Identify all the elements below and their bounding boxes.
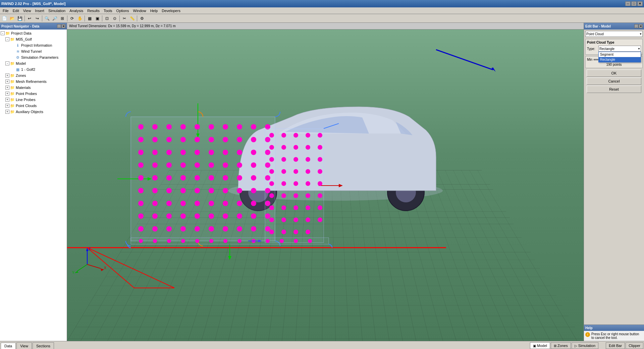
menu-edit[interactable]: Edit bbox=[11, 8, 21, 13]
reset-button[interactable]: Reset bbox=[587, 86, 641, 93]
menu-view[interactable]: View bbox=[21, 8, 33, 13]
menu-analysis[interactable]: Analysis bbox=[67, 8, 85, 13]
tree-label-project-data: Project Data bbox=[11, 31, 32, 35]
tab-view[interactable]: View bbox=[16, 342, 32, 349]
point-clouds-folder-icon: 📁 bbox=[10, 103, 15, 108]
restore-button[interactable]: □ bbox=[631, 1, 637, 6]
close-button[interactable]: ✕ bbox=[637, 1, 643, 6]
tab-data[interactable]: Data bbox=[1, 343, 16, 349]
tab-sections[interactable]: Sections bbox=[33, 342, 54, 349]
svg-point-67 bbox=[209, 188, 214, 193]
menu-developers[interactable]: Developers bbox=[160, 8, 182, 13]
menu-tools[interactable]: Tools bbox=[102, 8, 114, 13]
toolbar-zoom-in[interactable]: 🔍 bbox=[43, 15, 51, 22]
toolbar-pan[interactable]: ✋ bbox=[76, 15, 84, 22]
menu-window[interactable]: Window bbox=[131, 8, 148, 13]
svg-point-140 bbox=[269, 217, 274, 222]
tree-item-point-clouds[interactable]: + 📁 Point Clouds bbox=[0, 103, 67, 109]
tree-item-mesh-refinements[interactable]: + 📁 Mesh Refinements bbox=[0, 79, 67, 85]
svg-point-159 bbox=[266, 239, 270, 243]
toolbar-sep-5 bbox=[102, 15, 102, 21]
tree-item-m05golf[interactable]: - 📁 M05_Golf bbox=[0, 36, 67, 42]
right-status-tabs: ▣ Model ⊞ Zones ▷ Simulation Edit Bar Cl… bbox=[529, 341, 644, 349]
tree-item-golf2[interactable]: ▦ 1 - Golf2 bbox=[0, 66, 67, 72]
toolbar-points[interactable]: ⊙ bbox=[111, 15, 118, 22]
tree-toggle-model[interactable]: - bbox=[5, 61, 9, 65]
menu-insert[interactable]: Insert bbox=[33, 8, 46, 13]
toolbar-settings[interactable]: ⚙ bbox=[138, 15, 146, 22]
edit-bar-close-button[interactable]: ✕ bbox=[639, 24, 643, 28]
dropdown-option-rectangle[interactable]: Rectangle bbox=[599, 57, 641, 62]
tree-toggle-point-clouds[interactable]: + bbox=[5, 104, 9, 108]
tree-item-materials[interactable]: + 📁 Materials bbox=[0, 85, 67, 91]
tab-edit-bar[interactable]: Edit Bar bbox=[606, 342, 625, 349]
menu-results[interactable]: Results bbox=[85, 8, 102, 13]
dropdown-option-segment[interactable]: Segment bbox=[599, 52, 641, 57]
toolbar-rotate[interactable]: ⟳ bbox=[68, 15, 76, 22]
tree-item-model[interactable]: - 📁 Model bbox=[0, 60, 67, 66]
toolbar-zoom-fit[interactable]: ⊞ bbox=[59, 15, 66, 22]
point-cloud-type-section: Point Cloud Type Type: Rectangle Segment… bbox=[585, 39, 643, 55]
svg-point-72 bbox=[138, 201, 144, 206]
toolbar-zoom-out[interactable]: 🔎 bbox=[51, 15, 58, 22]
tree-toggle-zones[interactable]: + bbox=[5, 73, 9, 78]
svg-point-116 bbox=[281, 157, 286, 162]
point-cloud-select[interactable]: Point Cloud bbox=[585, 31, 643, 37]
tab-simulation[interactable]: ▷ Simulation bbox=[572, 342, 598, 349]
toolbar-clipping[interactable]: ✂ bbox=[121, 15, 128, 22]
tree-toggle-m05golf[interactable]: - bbox=[5, 37, 9, 41]
tree-item-zones[interactable]: + 📁 Zones bbox=[0, 72, 67, 79]
toolbar-solid[interactable]: ▣ bbox=[94, 15, 101, 22]
auxiliary-folder-icon: 📁 bbox=[10, 109, 15, 114]
cancel-button[interactable]: Cancel bbox=[587, 78, 641, 85]
tree-item-sim-params[interactable]: ⚙ Simulation Parameters bbox=[0, 54, 67, 60]
tab-model[interactable]: ▣ Model bbox=[530, 342, 550, 349]
viewport-content[interactable]: Z Y X bbox=[67, 30, 584, 341]
tree-label-point-clouds: Point Clouds bbox=[16, 104, 37, 108]
tree-item-point-probes[interactable]: + 📁 Point Probes bbox=[0, 91, 67, 97]
tab-zones[interactable]: ⊞ Zones bbox=[551, 342, 571, 349]
svg-marker-1 bbox=[87, 248, 174, 288]
edit-bar-title: Edit Bar - Model bbox=[585, 24, 611, 28]
tree-item-project-info[interactable]: ℹ Project Information bbox=[0, 42, 67, 48]
tab-clipper[interactable]: Clipper bbox=[626, 342, 643, 349]
minimize-button[interactable]: ─ bbox=[625, 1, 631, 6]
toolbar-sep-3 bbox=[67, 15, 67, 21]
tree-toggle-point-probes[interactable]: + bbox=[5, 92, 9, 96]
tree-item-wind-tunnel[interactable]: ≋ Wind Tunnel bbox=[0, 48, 67, 54]
panel-close-button[interactable]: ✕ bbox=[61, 24, 65, 28]
tree-toggle-project[interactable]: - bbox=[1, 31, 5, 35]
ok-button[interactable]: OK bbox=[587, 69, 641, 77]
tree-toggle-materials[interactable]: + bbox=[5, 86, 9, 90]
svg-point-12 bbox=[138, 124, 144, 130]
toolbar-mesh[interactable]: ⊡ bbox=[103, 15, 111, 22]
tree-toggle-auxiliary[interactable]: + bbox=[5, 110, 9, 114]
svg-point-162 bbox=[308, 239, 312, 243]
type-select[interactable]: Rectangle Segment bbox=[598, 46, 641, 52]
svg-point-89 bbox=[237, 213, 242, 219]
type-dropdown-container[interactable]: Rectangle Segment ▼ Segment Rectangle bbox=[598, 46, 641, 52]
svg-point-77 bbox=[209, 201, 214, 206]
tree-item-auxiliary-objects[interactable]: + 📁 Auxiliary Objects bbox=[0, 109, 67, 115]
viewport[interactable]: Wind Tunnel Dimensions: Dx = 15.599 m, D… bbox=[67, 23, 584, 341]
menu-file[interactable]: File bbox=[1, 8, 11, 13]
svg-marker-174 bbox=[101, 268, 104, 271]
menu-options[interactable]: Options bbox=[114, 8, 131, 13]
tree-toggle-line-probes[interactable]: + bbox=[5, 98, 9, 102]
menu-help[interactable]: Help bbox=[148, 8, 160, 13]
toolbar-undo[interactable]: ↩ bbox=[26, 15, 33, 22]
tree-toggle-mesh[interactable]: + bbox=[5, 80, 9, 84]
toolbar-measure[interactable]: 📏 bbox=[128, 15, 136, 22]
tree-item-line-probes[interactable]: + 📁 Line Probes bbox=[0, 97, 67, 103]
menu-simulation[interactable]: Simulation bbox=[46, 8, 67, 13]
panel-header-buttons: _ ✕ bbox=[57, 24, 65, 28]
toolbar-save[interactable]: 💾 bbox=[16, 15, 23, 22]
point-cloud-dropdown-container[interactable]: Point Cloud ▼ bbox=[585, 31, 643, 37]
toolbar-redo[interactable]: ↪ bbox=[34, 15, 41, 22]
panel-pin-button[interactable]: _ bbox=[57, 24, 61, 28]
toolbar-new[interactable]: 📄 bbox=[1, 15, 8, 22]
tree-item-project-data[interactable]: - 📁 Project Data bbox=[0, 30, 67, 36]
toolbar-wireframe[interactable]: ▦ bbox=[86, 15, 93, 22]
toolbar-open[interactable]: 📂 bbox=[8, 15, 16, 22]
edit-bar-pin-button[interactable]: _ bbox=[634, 24, 638, 28]
